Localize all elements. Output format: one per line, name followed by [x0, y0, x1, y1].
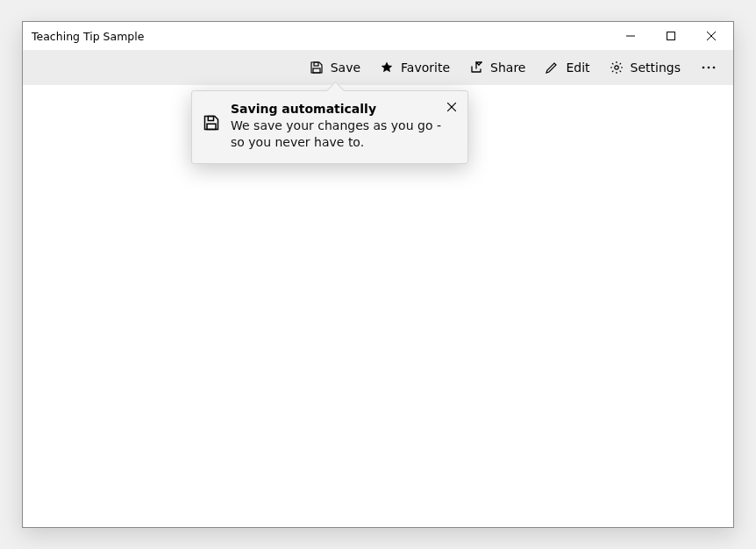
svg-rect-4 [314, 62, 318, 66]
minimize-icon [626, 32, 635, 40]
svg-rect-11 [207, 124, 216, 129]
svg-point-6 [614, 66, 617, 69]
teaching-tip-title: Saving automatically [231, 102, 441, 116]
titlebar: Teaching Tip Sample [23, 22, 733, 50]
maximize-icon [667, 32, 675, 40]
close-button[interactable] [691, 22, 731, 50]
share-label: Share [490, 61, 525, 75]
teaching-tip: Saving automatically We save your change… [191, 90, 468, 164]
save-button[interactable]: Save [301, 52, 369, 83]
settings-button[interactable]: Settings [601, 52, 689, 83]
teaching-tip-body: Saving automatically We save your change… [231, 102, 457, 151]
gear-icon [610, 61, 624, 75]
svg-point-7 [703, 67, 705, 69]
close-icon [707, 32, 716, 40]
more-button[interactable] [691, 52, 726, 83]
edit-button[interactable]: Edit [536, 52, 598, 83]
teaching-tip-text: We save your changes as you go - so you … [231, 118, 441, 151]
more-icon [702, 66, 716, 69]
toolbar: Save Favorite Share [23, 50, 733, 85]
svg-rect-10 [208, 117, 213, 121]
save-icon [310, 61, 324, 75]
window-title: Teaching Tip Sample [32, 30, 610, 43]
minimize-button[interactable] [610, 22, 651, 50]
teaching-tip-close-button[interactable] [441, 96, 462, 118]
share-button[interactable]: Share [460, 52, 534, 83]
settings-label: Settings [631, 61, 681, 75]
share-icon [469, 61, 483, 75]
close-icon [447, 103, 456, 111]
svg-point-8 [708, 67, 710, 69]
svg-rect-1 [667, 32, 675, 40]
save-icon [203, 114, 220, 132]
edit-label: Edit [566, 61, 589, 75]
favorite-button[interactable]: Favorite [371, 52, 459, 83]
save-label: Save [331, 61, 360, 75]
edit-icon [545, 61, 559, 75]
maximize-button[interactable] [651, 22, 691, 50]
app-window: Teaching Tip Sample [22, 21, 734, 528]
svg-point-9 [713, 67, 716, 69]
star-icon [380, 61, 394, 75]
svg-rect-5 [313, 68, 320, 73]
window-controls [610, 22, 731, 50]
favorite-label: Favorite [401, 61, 450, 75]
